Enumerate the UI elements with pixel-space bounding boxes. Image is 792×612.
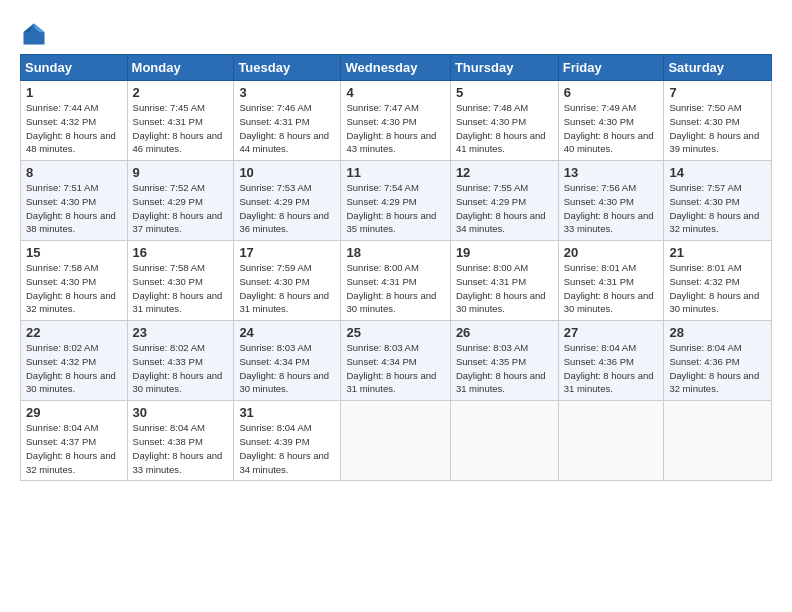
calendar-week-3: 15 Sunrise: 7:58 AMSunset: 4:30 PMDaylig… <box>21 241 772 321</box>
calendar-cell: 7 Sunrise: 7:50 AMSunset: 4:30 PMDayligh… <box>664 81 772 161</box>
day-info: Sunrise: 7:55 AMSunset: 4:29 PMDaylight:… <box>456 182 546 234</box>
day-info: Sunrise: 8:00 AMSunset: 4:31 PMDaylight:… <box>456 262 546 314</box>
day-number: 5 <box>456 85 553 100</box>
day-info: Sunrise: 8:01 AMSunset: 4:32 PMDaylight:… <box>669 262 759 314</box>
calendar-cell: 24 Sunrise: 8:03 AMSunset: 4:34 PMDaylig… <box>234 321 341 401</box>
day-number: 14 <box>669 165 766 180</box>
calendar-cell: 14 Sunrise: 7:57 AMSunset: 4:30 PMDaylig… <box>664 161 772 241</box>
day-info: Sunrise: 7:46 AMSunset: 4:31 PMDaylight:… <box>239 102 329 154</box>
calendar-week-2: 8 Sunrise: 7:51 AMSunset: 4:30 PMDayligh… <box>21 161 772 241</box>
day-number: 2 <box>133 85 229 100</box>
day-info: Sunrise: 7:44 AMSunset: 4:32 PMDaylight:… <box>26 102 116 154</box>
logo <box>20 20 52 48</box>
calendar-cell <box>664 401 772 481</box>
day-number: 6 <box>564 85 659 100</box>
day-info: Sunrise: 8:04 AMSunset: 4:36 PMDaylight:… <box>669 342 759 394</box>
day-info: Sunrise: 8:04 AMSunset: 4:39 PMDaylight:… <box>239 422 329 474</box>
day-number: 23 <box>133 325 229 340</box>
day-number: 8 <box>26 165 122 180</box>
page: SundayMondayTuesdayWednesdayThursdayFrid… <box>0 0 792 612</box>
day-number: 19 <box>456 245 553 260</box>
weekday-header-tuesday: Tuesday <box>234 55 341 81</box>
day-number: 24 <box>239 325 335 340</box>
day-number: 28 <box>669 325 766 340</box>
calendar-cell: 29 Sunrise: 8:04 AMSunset: 4:37 PMDaylig… <box>21 401 128 481</box>
day-number: 11 <box>346 165 444 180</box>
day-info: Sunrise: 7:48 AMSunset: 4:30 PMDaylight:… <box>456 102 546 154</box>
day-info: Sunrise: 7:52 AMSunset: 4:29 PMDaylight:… <box>133 182 223 234</box>
calendar-cell: 23 Sunrise: 8:02 AMSunset: 4:33 PMDaylig… <box>127 321 234 401</box>
calendar-cell: 26 Sunrise: 8:03 AMSunset: 4:35 PMDaylig… <box>450 321 558 401</box>
calendar-cell: 27 Sunrise: 8:04 AMSunset: 4:36 PMDaylig… <box>558 321 664 401</box>
calendar-cell: 5 Sunrise: 7:48 AMSunset: 4:30 PMDayligh… <box>450 81 558 161</box>
calendar-week-5: 29 Sunrise: 8:04 AMSunset: 4:37 PMDaylig… <box>21 401 772 481</box>
day-info: Sunrise: 8:02 AMSunset: 4:32 PMDaylight:… <box>26 342 116 394</box>
weekday-header-friday: Friday <box>558 55 664 81</box>
day-number: 9 <box>133 165 229 180</box>
day-info: Sunrise: 7:45 AMSunset: 4:31 PMDaylight:… <box>133 102 223 154</box>
day-info: Sunrise: 7:47 AMSunset: 4:30 PMDaylight:… <box>346 102 436 154</box>
calendar-cell: 21 Sunrise: 8:01 AMSunset: 4:32 PMDaylig… <box>664 241 772 321</box>
calendar-cell: 28 Sunrise: 8:04 AMSunset: 4:36 PMDaylig… <box>664 321 772 401</box>
day-number: 7 <box>669 85 766 100</box>
calendar-header-row: SundayMondayTuesdayWednesdayThursdayFrid… <box>21 55 772 81</box>
day-number: 30 <box>133 405 229 420</box>
header-area <box>20 16 772 48</box>
calendar-cell: 9 Sunrise: 7:52 AMSunset: 4:29 PMDayligh… <box>127 161 234 241</box>
day-info: Sunrise: 7:59 AMSunset: 4:30 PMDaylight:… <box>239 262 329 314</box>
calendar-cell: 31 Sunrise: 8:04 AMSunset: 4:39 PMDaylig… <box>234 401 341 481</box>
day-number: 13 <box>564 165 659 180</box>
day-info: Sunrise: 8:03 AMSunset: 4:35 PMDaylight:… <box>456 342 546 394</box>
day-info: Sunrise: 8:04 AMSunset: 4:38 PMDaylight:… <box>133 422 223 474</box>
calendar-cell: 2 Sunrise: 7:45 AMSunset: 4:31 PMDayligh… <box>127 81 234 161</box>
day-info: Sunrise: 8:03 AMSunset: 4:34 PMDaylight:… <box>239 342 329 394</box>
weekday-header-wednesday: Wednesday <box>341 55 450 81</box>
day-info: Sunrise: 7:56 AMSunset: 4:30 PMDaylight:… <box>564 182 654 234</box>
day-number: 12 <box>456 165 553 180</box>
calendar-cell: 30 Sunrise: 8:04 AMSunset: 4:38 PMDaylig… <box>127 401 234 481</box>
day-info: Sunrise: 7:51 AMSunset: 4:30 PMDaylight:… <box>26 182 116 234</box>
calendar-cell: 13 Sunrise: 7:56 AMSunset: 4:30 PMDaylig… <box>558 161 664 241</box>
day-number: 20 <box>564 245 659 260</box>
day-info: Sunrise: 7:57 AMSunset: 4:30 PMDaylight:… <box>669 182 759 234</box>
day-number: 10 <box>239 165 335 180</box>
day-info: Sunrise: 8:01 AMSunset: 4:31 PMDaylight:… <box>564 262 654 314</box>
calendar-cell: 6 Sunrise: 7:49 AMSunset: 4:30 PMDayligh… <box>558 81 664 161</box>
day-number: 4 <box>346 85 444 100</box>
day-number: 18 <box>346 245 444 260</box>
day-number: 15 <box>26 245 122 260</box>
day-info: Sunrise: 7:49 AMSunset: 4:30 PMDaylight:… <box>564 102 654 154</box>
calendar-cell: 20 Sunrise: 8:01 AMSunset: 4:31 PMDaylig… <box>558 241 664 321</box>
calendar-week-1: 1 Sunrise: 7:44 AMSunset: 4:32 PMDayligh… <box>21 81 772 161</box>
calendar-cell: 10 Sunrise: 7:53 AMSunset: 4:29 PMDaylig… <box>234 161 341 241</box>
weekday-header-thursday: Thursday <box>450 55 558 81</box>
calendar-table: SundayMondayTuesdayWednesdayThursdayFrid… <box>20 54 772 481</box>
day-info: Sunrise: 8:02 AMSunset: 4:33 PMDaylight:… <box>133 342 223 394</box>
calendar-cell: 16 Sunrise: 7:58 AMSunset: 4:30 PMDaylig… <box>127 241 234 321</box>
day-info: Sunrise: 8:04 AMSunset: 4:36 PMDaylight:… <box>564 342 654 394</box>
calendar-cell: 12 Sunrise: 7:55 AMSunset: 4:29 PMDaylig… <box>450 161 558 241</box>
calendar-cell: 3 Sunrise: 7:46 AMSunset: 4:31 PMDayligh… <box>234 81 341 161</box>
calendar-cell: 25 Sunrise: 8:03 AMSunset: 4:34 PMDaylig… <box>341 321 450 401</box>
calendar-cell <box>341 401 450 481</box>
day-info: Sunrise: 7:54 AMSunset: 4:29 PMDaylight:… <box>346 182 436 234</box>
calendar-cell: 8 Sunrise: 7:51 AMSunset: 4:30 PMDayligh… <box>21 161 128 241</box>
day-number: 1 <box>26 85 122 100</box>
calendar-cell: 11 Sunrise: 7:54 AMSunset: 4:29 PMDaylig… <box>341 161 450 241</box>
weekday-header-saturday: Saturday <box>664 55 772 81</box>
calendar-cell <box>558 401 664 481</box>
day-number: 22 <box>26 325 122 340</box>
day-number: 16 <box>133 245 229 260</box>
calendar-cell: 19 Sunrise: 8:00 AMSunset: 4:31 PMDaylig… <box>450 241 558 321</box>
calendar-cell: 4 Sunrise: 7:47 AMSunset: 4:30 PMDayligh… <box>341 81 450 161</box>
weekday-header-monday: Monday <box>127 55 234 81</box>
logo-icon <box>20 20 48 48</box>
day-info: Sunrise: 8:03 AMSunset: 4:34 PMDaylight:… <box>346 342 436 394</box>
day-number: 29 <box>26 405 122 420</box>
calendar-cell: 17 Sunrise: 7:59 AMSunset: 4:30 PMDaylig… <box>234 241 341 321</box>
day-number: 21 <box>669 245 766 260</box>
day-number: 17 <box>239 245 335 260</box>
day-info: Sunrise: 7:50 AMSunset: 4:30 PMDaylight:… <box>669 102 759 154</box>
calendar-cell: 15 Sunrise: 7:58 AMSunset: 4:30 PMDaylig… <box>21 241 128 321</box>
calendar-cell <box>450 401 558 481</box>
